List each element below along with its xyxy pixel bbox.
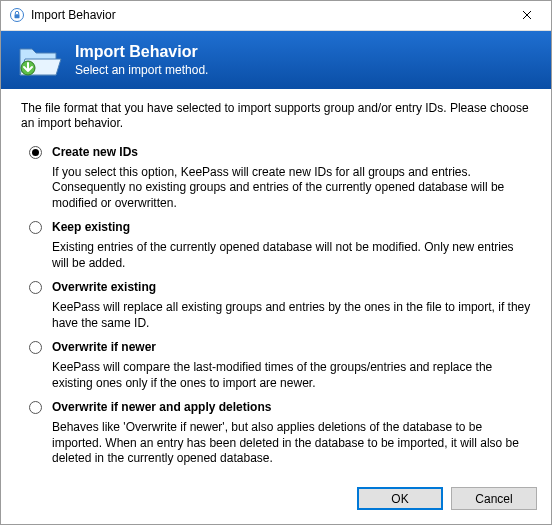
close-button[interactable] (507, 1, 547, 29)
cancel-button[interactable]: Cancel (451, 487, 537, 510)
svg-rect-1 (15, 15, 20, 19)
option-title: Create new IDs (52, 144, 138, 161)
banner-subtitle: Select an import method. (75, 63, 208, 77)
radio-overwrite-if-newer[interactable] (29, 341, 42, 354)
dialog-window: Import Behavior Import Behavior Select a… (0, 0, 552, 525)
banner-title: Import Behavior (75, 43, 208, 61)
option-overwrite-if-newer[interactable]: Overwrite if newer (29, 339, 531, 356)
option-desc: KeePass will replace all existing groups… (52, 300, 531, 331)
lock-icon (9, 7, 25, 23)
radio-overwrite-if-newer-deletions[interactable] (29, 401, 42, 414)
option-title: Overwrite if newer (52, 339, 156, 356)
option-desc: KeePass will compare the last-modified t… (52, 360, 531, 391)
option-create-new-ids[interactable]: Create new IDs (29, 144, 531, 161)
banner: Import Behavior Select an import method. (1, 31, 551, 89)
banner-text: Import Behavior Select an import method. (75, 43, 208, 77)
option-overwrite-existing[interactable]: Overwrite existing (29, 279, 531, 296)
option-title: Overwrite existing (52, 279, 156, 296)
option-keep-existing[interactable]: Keep existing (29, 219, 531, 236)
intro-text: The file format that you have selected t… (21, 101, 531, 132)
option-desc: Existing entries of the currently opened… (52, 240, 531, 271)
option-title: Keep existing (52, 219, 130, 236)
radio-keep-existing[interactable] (29, 221, 42, 234)
option-overwrite-if-newer-deletions[interactable]: Overwrite if newer and apply deletions (29, 399, 531, 416)
option-desc: If you select this option, KeePass will … (52, 165, 531, 212)
window-title: Import Behavior (31, 8, 507, 22)
option-desc: Behaves like 'Overwrite if newer', but a… (52, 420, 531, 467)
content-area: The file format that you have selected t… (1, 89, 551, 477)
titlebar: Import Behavior (1, 1, 551, 31)
ok-button[interactable]: OK (357, 487, 443, 510)
radio-create-new-ids[interactable] (29, 146, 42, 159)
radio-overwrite-existing[interactable] (29, 281, 42, 294)
import-folder-icon (15, 39, 63, 81)
option-title: Overwrite if newer and apply deletions (52, 399, 271, 416)
button-row: OK Cancel (1, 477, 551, 524)
